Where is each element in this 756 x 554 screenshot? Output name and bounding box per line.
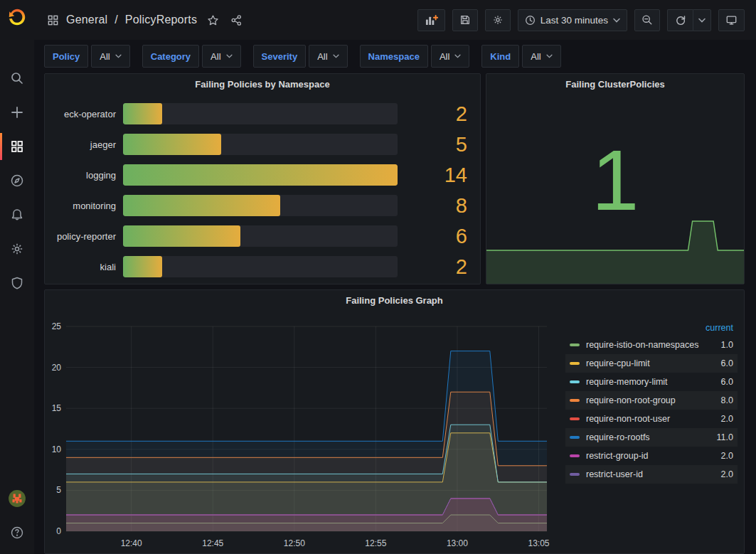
apps-grid-icon — [47, 14, 59, 26]
bar-gauge-row: eck-operator 2 — [50, 103, 474, 124]
time-series-plot[interactable]: 051015202512:4012:4512:5012:5513:0013:05 — [50, 319, 560, 553]
alerting-bell-icon[interactable] — [0, 198, 34, 232]
stat-sparkline — [486, 220, 744, 284]
y-axis-tick-label: 0 — [56, 526, 61, 536]
filter-value: All — [531, 51, 541, 62]
filter-value-dropdown[interactable]: All — [202, 45, 240, 68]
filter-group: Kind All — [481, 45, 560, 68]
dashboard-settings-button[interactable] — [485, 9, 511, 31]
share-icon[interactable] — [230, 14, 243, 26]
legend-series-name: restrict-group-id — [586, 451, 702, 461]
breadcrumb-folder[interactable]: General — [66, 14, 107, 26]
filter-label: Policy — [44, 45, 88, 68]
graph-legend: current require-istio-on-namespaces 1.0 … — [565, 320, 738, 484]
y-axis-tick-label: 20 — [52, 363, 62, 373]
x-axis-tick-label: 12:45 — [202, 538, 223, 548]
legend-series-name: restrict-user-id — [586, 469, 702, 479]
cycle-view-mode-button[interactable] — [718, 9, 745, 31]
server-admin-shield-icon[interactable] — [0, 266, 34, 300]
legend-column-header[interactable]: current — [565, 320, 738, 336]
panel-title[interactable]: Failing Policies by Namespace — [45, 74, 480, 95]
search-icon[interactable] — [0, 61, 34, 95]
topbar-actions: Last 30 minutes — [417, 9, 745, 31]
filter-value-dropdown[interactable]: All — [91, 45, 129, 68]
filter-value-dropdown[interactable]: All — [309, 45, 347, 68]
sidebar-menu — [0, 61, 34, 300]
bar-gauge-value: 14 — [398, 164, 474, 187]
refresh-interval-dropdown[interactable] — [693, 9, 711, 31]
chevron-down-icon — [613, 18, 620, 23]
bar-gauge-label: kiali — [50, 262, 123, 272]
legend-row[interactable]: require-non-root-group 8.0 — [565, 391, 738, 410]
legend-series-swatch — [570, 399, 580, 402]
legend-row[interactable]: require-cpu-limit 6.0 — [565, 354, 738, 373]
chevron-down-icon — [115, 54, 122, 58]
x-axis-tick-label: 13:05 — [528, 538, 550, 548]
top-navbar: General / PolicyReports Last 30 minutes — [34, 0, 756, 40]
explore-compass-icon[interactable] — [0, 164, 34, 198]
legend-row[interactable]: restrict-user-id 2.0 — [565, 465, 738, 484]
breadcrumb-title[interactable]: PolicyReports — [125, 14, 197, 26]
filter-group: Severity All — [253, 45, 348, 68]
refresh-button[interactable] — [667, 9, 693, 31]
chevron-down-icon — [454, 54, 461, 58]
settings-gear-icon — [492, 14, 504, 26]
legend-row[interactable]: require-memory-limit 6.0 — [565, 373, 738, 391]
legend-series-current-value: 6.0 — [702, 358, 733, 368]
filter-value-dropdown[interactable]: All — [522, 45, 560, 68]
legend-row[interactable]: require-non-root-user 2.0 — [565, 410, 738, 428]
legend-series-swatch — [570, 417, 580, 420]
panel-title[interactable]: Failing ClusterPolicies — [486, 74, 744, 95]
add-panel-icon — [425, 14, 438, 26]
grafana-logo[interactable] — [0, 0, 34, 34]
sidebar — [0, 0, 34, 554]
filter-label: Severity — [253, 45, 307, 68]
bar-gauge-label: eck-operator — [50, 109, 123, 119]
legend-series-name: require-non-root-user — [586, 414, 702, 424]
bar-gauge-fill — [123, 164, 398, 186]
refresh-button-group — [667, 9, 711, 31]
legend-row[interactable]: require-ro-rootfs 11.0 — [565, 428, 738, 447]
filter-value-dropdown[interactable]: All — [431, 45, 469, 68]
legend-series-current-value: 2.0 — [702, 414, 733, 424]
bar-gauge-row: jaeger 5 — [50, 134, 474, 155]
panel-title[interactable]: Failing Policies Graph — [45, 290, 744, 311]
zoom-out-icon — [641, 14, 653, 26]
avatar-image — [8, 489, 26, 508]
star-icon[interactable] — [207, 14, 219, 26]
stat-big-value: 1 — [486, 132, 744, 228]
legend-row[interactable]: require-istio-on-namespaces 1.0 — [565, 336, 738, 354]
legend-series-current-value: 6.0 — [702, 377, 733, 387]
save-icon — [459, 14, 471, 26]
breadcrumb[interactable]: General / PolicyReports — [47, 14, 243, 26]
dashboards-grid-icon[interactable] — [0, 129, 34, 164]
bar-gauge-row: policy-reporter 6 — [50, 225, 474, 247]
filter-value: All — [100, 51, 110, 62]
legend-row[interactable]: restrict-group-id 2.0 — [565, 447, 738, 465]
bar-gauge-label: policy-reporter — [50, 231, 123, 242]
bar-gauge-fill — [123, 256, 162, 277]
bar-gauge-value: 8 — [398, 194, 474, 218]
time-range-label: Last 30 minutes — [541, 15, 608, 26]
time-range-picker[interactable]: Last 30 minutes — [518, 9, 627, 31]
bar-gauge-label: logging — [50, 170, 123, 181]
create-plus-icon[interactable] — [0, 95, 34, 129]
configuration-gear-icon[interactable] — [0, 232, 34, 266]
x-axis-tick-label: 12:55 — [365, 538, 386, 548]
y-axis-tick-label: 15 — [52, 403, 62, 413]
add-panel-button[interactable] — [417, 9, 445, 31]
filter-label: Category — [142, 45, 199, 68]
bar-gauge-track — [123, 134, 398, 155]
user-avatar[interactable] — [0, 481, 34, 516]
zoom-out-button[interactable] — [634, 9, 660, 31]
bar-gauge-fill — [123, 195, 280, 216]
template-variable-filters: Policy All Category All Severity All Nam… — [44, 45, 561, 68]
filter-label: Kind — [481, 45, 519, 68]
save-dashboard-button[interactable] — [452, 9, 478, 31]
y-axis-tick-label: 5 — [56, 485, 61, 495]
chevron-down-icon — [546, 54, 553, 58]
bar-gauge-row: monitoring 8 — [50, 195, 474, 216]
bar-gauge-value: 6 — [398, 225, 474, 248]
panel-failing-clusterpolicies: Failing ClusterPolicies 1 — [486, 73, 745, 284]
help-icon[interactable] — [0, 516, 34, 550]
